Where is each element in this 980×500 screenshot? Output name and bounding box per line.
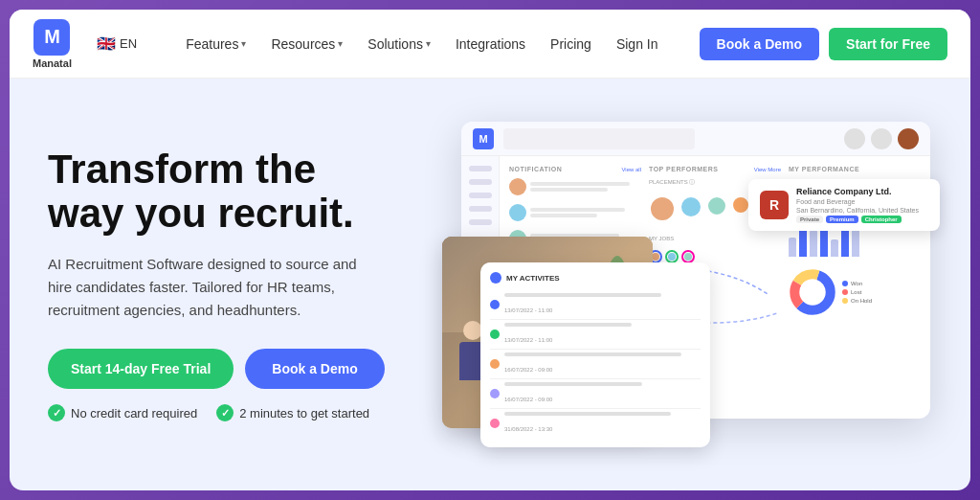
hero-subtitle: AI Recruitment Software designed to sour… [48,253,373,322]
dashboard-mockup: M [442,122,930,447]
activity-card-header: MY ACTIVITES [490,272,701,284]
language-selector[interactable]: 🇬🇧 EN [97,34,137,53]
view-more-link[interactable]: View More [754,167,781,172]
hero-buttons: Start 14-day Free Trial Book a Demo [48,349,412,389]
nav-resources[interactable]: Resources ▾ [261,31,352,57]
nav-links: Features ▾ Resources ▾ Solutions ▾ Integ… [154,31,690,57]
donut-chart-area: Won Lost O [789,268,921,316]
chevron-down-icon: ▾ [241,38,246,49]
activity-title: MY ACTIVITES [506,274,560,283]
sidebar-item [469,219,492,225]
notification-item [509,178,641,195]
bar [789,238,796,257]
activity-row: 31/08/2022 - 13:30 [490,409,701,438]
hero-section: Transform the way you recruit. AI Recrui… [10,79,970,490]
training-icon [490,330,500,339]
legend-won: Won [842,281,872,286]
company-info: Reliance Company Ltd. Food and Beverage … [796,187,928,223]
logo-area[interactable]: M Manatal [33,19,72,69]
badge-user: Christopher [861,216,902,223]
activity-text: 13/07/2022 - 11:00 [504,293,701,316]
chevron-down-icon: ▾ [338,38,343,49]
my-jobs-label: MY JOBS [649,236,781,241]
sidebar-item [469,193,492,198]
nav-solutions[interactable]: Solutions ▾ [358,31,440,57]
trial-button[interactable]: Start 14-day Free Trial [48,349,234,389]
sidebar-item [469,206,492,212]
legend-lost: Lost [842,289,872,295]
performer-avatar [706,195,727,216]
job-avatar [681,250,695,263]
activity-row: 13/07/2022 - 11:00 [490,320,701,350]
interview-icon [490,419,500,428]
performer-avatar [731,195,750,215]
line [530,182,630,186]
start-free-button[interactable]: Start for Free [829,28,947,60]
badge-quick-start: ✓ 2 minutes to get started [216,404,369,421]
nav-integrations[interactable]: Integrations [446,31,535,57]
company-card: R Reliance Company Ltd. Food and Beverag… [748,179,940,231]
hero-badges: ✓ No credit card required ✓ 2 minutes to… [48,404,412,421]
job-avatar [665,250,679,263]
hero-left: Transform the way you recruit. AI Recrui… [48,148,412,421]
sidebar-item [469,179,492,185]
activity-text: 31/08/2022 - 13:30 [504,412,701,435]
activity-row: 13/07/2022 - 11:00 [490,290,701,320]
navbar: M Manatal 🇬🇧 EN Features ▾ Resources ▾ S [10,10,970,79]
logo-icon: M [33,19,70,56]
nav-features[interactable]: Features ▾ [176,31,256,57]
settings-icon [871,128,892,149]
nav-pricing[interactable]: Pricing [541,31,601,57]
activity-text: 13/07/2022 - 11:00 [504,323,701,346]
view-all-link[interactable]: View all [621,167,641,172]
dashboard-search[interactable] [503,128,695,149]
email-icon [490,359,500,369]
dashboard-header: M [461,122,930,156]
company-name: Reliance Company Ltd. [796,187,928,196]
line [530,188,608,192]
hero-title: Transform the way you recruit. [48,148,412,236]
donut-chart [789,268,836,316]
sidebar-item [469,166,492,171]
notif-avatar [509,178,526,195]
legend-dot-won [842,281,848,286]
badge-private: Private [796,216,823,223]
badge-no-credit-card: ✓ No credit card required [48,404,197,421]
bar [831,239,838,257]
legend-dot-lost [842,289,848,295]
activity-text: 16/07/2022 - 09:00 [504,382,701,405]
legend-dot-onhold [842,298,848,304]
badge-premium: Premium [826,216,858,223]
hero-right: M [440,79,932,490]
brand-name: Manatal [33,57,72,69]
company-badges: Private Premium Christopher [796,216,928,223]
check-icon: ✓ [48,404,65,421]
badge-label: No credit card required [71,406,197,420]
chevron-down-icon: ▾ [426,38,431,49]
dashboard-logo: M [473,128,494,149]
bell-icon [844,128,865,149]
donut-legend: Won Lost O [842,281,872,304]
lang-label: EN [120,36,137,51]
flag-icon: 🇬🇧 [97,34,116,53]
top-performers-title: TOP PERFORMERS [649,166,718,172]
activity-text: 16/07/2022 - 09:00 [504,352,701,375]
notification-item [509,204,641,221]
badge-label: 2 minutes to get started [239,406,369,420]
line [530,208,625,212]
activity-dot-icon [490,272,501,284]
demo-button[interactable]: Book a Demo [245,349,384,389]
activity-card: MY ACTIVITES 13/07/2022 - 11:00 [480,262,710,447]
my-performance-title: MY PERFORMANCE [789,166,921,172]
book-demo-button[interactable]: Book a Demo [700,28,819,60]
performer-avatar [649,195,676,222]
phone-icon [490,300,500,309]
bar [810,230,817,257]
company-logo: R [760,191,789,219]
legend-on-hold: On Hold [842,298,872,304]
activity-row: 16/07/2022 - 09:00 [490,379,701,409]
activity-row: 16/07/2022 - 09:00 [490,350,701,379]
nav-signin[interactable]: Sign In [607,31,668,57]
company-industry: Food and Beverage [796,198,928,205]
performer-avatar [679,195,702,218]
